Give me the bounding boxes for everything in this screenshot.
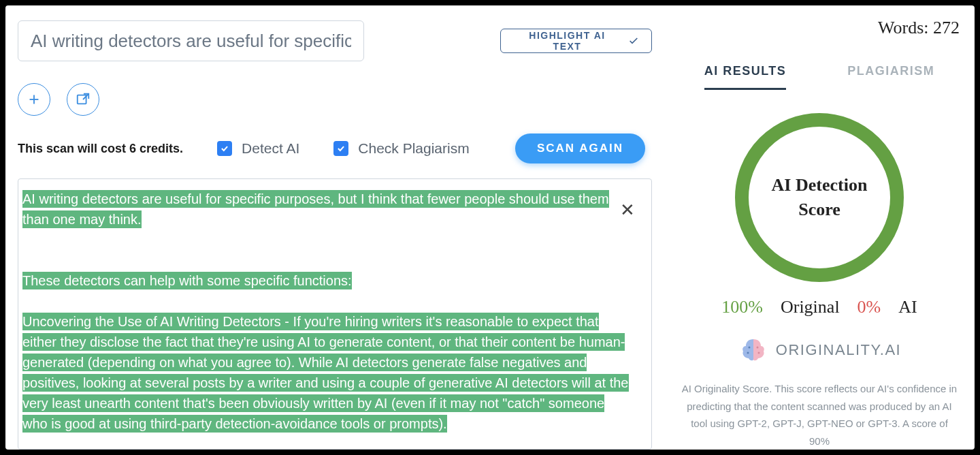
highlight-button-label: HIGHLIGHT AI TEXT — [513, 30, 621, 52]
score-description: AI Originality Score. This score reflect… — [679, 380, 960, 450]
brain-icon — [738, 336, 769, 364]
add-button[interactable] — [18, 83, 50, 116]
brand-name: ORIGINALITY.AI — [776, 341, 901, 359]
detect-ai-checkbox[interactable]: Detect AI — [217, 140, 299, 157]
svg-point-4 — [748, 347, 750, 349]
checkmark-icon — [628, 35, 639, 46]
ai-percent: 0% — [858, 297, 881, 317]
title-input[interactable] — [18, 20, 364, 61]
plus-icon — [27, 92, 42, 107]
highlight-ai-text-button[interactable]: HIGHLIGHT AI TEXT — [500, 29, 652, 53]
highlighted-text: These detectors can help with some speci… — [22, 272, 352, 289]
svg-point-6 — [756, 347, 758, 349]
check-plagiarism-label: Check Plagiarism — [358, 140, 469, 157]
scan-again-button[interactable]: SCAN AGAIN — [515, 134, 645, 163]
score-percentages: 100% Original 0% AI — [721, 297, 917, 317]
content-textarea[interactable]: ✕ AI writing detectors are useful for sp… — [18, 178, 652, 450]
checkbox-icon — [217, 141, 232, 156]
tab-ai-results[interactable]: AI RESULTS — [704, 64, 787, 90]
highlighted-text: AI writing detectors are useful for spec… — [22, 190, 609, 228]
svg-rect-2 — [78, 95, 86, 104]
export-icon — [76, 92, 91, 107]
check-plagiarism-checkbox[interactable]: Check Plagiarism — [333, 140, 469, 157]
export-button[interactable] — [67, 83, 99, 116]
credit-cost-label: This scan will cost 6 credits. — [18, 142, 183, 156]
ai-detection-score-circle: AI Detection Score — [735, 113, 904, 282]
svg-point-7 — [757, 352, 760, 354]
score-label: Score — [798, 198, 840, 222]
original-label: Original — [781, 297, 840, 317]
brand-logo: ORIGINALITY.AI — [738, 336, 901, 364]
svg-point-5 — [747, 352, 749, 354]
original-percent: 100% — [721, 297, 763, 317]
tab-plagiarism[interactable]: PLAGIARISM — [847, 64, 934, 90]
ai-label: AI — [898, 297, 917, 317]
detect-ai-label: Detect AI — [242, 140, 299, 157]
close-icon[interactable]: ✕ — [619, 201, 636, 219]
highlighted-text: Uncovering the Use of AI Writing Detecto… — [22, 313, 629, 433]
word-count: Words: 272 — [878, 18, 960, 38]
score-label: AI Detection — [772, 173, 868, 198]
checkbox-icon — [333, 141, 348, 156]
